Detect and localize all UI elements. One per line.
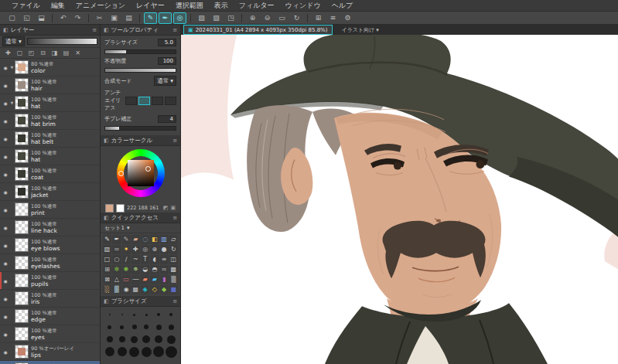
zoom-out-icon[interactable]: ⊖ [261,12,274,24]
layer-row[interactable]: 100 %通常 skin [0,361,100,364]
paste-icon[interactable]: ▤ [122,12,135,24]
layer-thumbnail[interactable] [15,345,29,359]
brush-size-option[interactable] [140,321,152,333]
menu-item[interactable]: 選択範囲 [170,1,209,11]
new-folder-icon[interactable]: ▢ [15,49,25,56]
pen-tool-icon[interactable]: ✎ [144,12,157,24]
layer-visibility-eye-icon[interactable] [2,172,9,177]
layer-thumbnail[interactable] [15,220,29,234]
figure-ellipse-icon[interactable]: ○ [112,255,121,264]
sub-color-chip[interactable] [116,204,125,213]
menu-item[interactable]: アニメーション [70,1,131,11]
layer-visibility-eye-icon[interactable] [2,118,9,124]
menu-item[interactable]: ヘルプ [326,1,359,11]
brush-size-option[interactable] [152,345,165,358]
save-icon[interactable]: ⬓ [35,12,48,24]
blur-icon[interactable]: ◒ [141,265,149,274]
decoration-grass-icon[interactable]: ✻ [112,265,121,274]
chalk-icon[interactable]: ▒ [169,275,178,284]
color-mode-rgb-icon[interactable]: ▣ [170,205,176,211]
select-lasso-icon[interactable]: ▨ [210,12,223,24]
brush-size-option[interactable] [104,333,116,345]
layer-visibility-eye-icon[interactable] [2,296,9,301]
subtool-d-icon[interactable]: ■ [169,285,178,294]
brush-size-option[interactable] [104,345,116,358]
stabilize-slider[interactable] [104,126,176,131]
zoom-in-icon[interactable]: ⊕ [246,12,259,24]
layer-visibility-eye-icon[interactable] [2,189,9,195]
brush-size-option[interactable] [152,321,165,333]
layer-row[interactable]: 100 %通常 iris [0,290,100,308]
oil-brush-icon[interactable]: ▰ [141,275,149,284]
opacity-slider[interactable] [104,68,176,73]
rotate-view-icon[interactable]: ↻ [290,12,303,24]
brush-size-option[interactable] [152,333,165,345]
layer-row[interactable]: 100 %通常 hair [0,77,100,94]
pencil-icon[interactable]: ✎ [122,235,131,244]
select-rect-icon[interactable]: ▧ [103,245,111,254]
brush-size-option[interactable] [116,345,128,358]
watercolor-brush-icon[interactable]: ▰ [150,275,159,284]
document-tab[interactable]: ▣ 20240331_01 (A4 2894 x 4093px 350dpi 8… [183,25,333,35]
layer-thumbnail[interactable] [15,78,29,92]
layer-thumbnail[interactable] [15,114,29,128]
new-file-icon[interactable]: ▢ [5,12,19,24]
layer-row[interactable]: 100 %通常 edge [0,308,100,325]
layer-visibility-eye-icon[interactable] [2,100,9,106]
layer-row[interactable]: 100 %通常 eyes [0,325,100,343]
brush-size-option[interactable] [128,333,141,345]
pastel-icon[interactable]: ░ [103,285,111,294]
layer-row[interactable]: 100 %通常 hat belt [0,130,100,148]
brush-size-option[interactable] [128,321,141,333]
eyedropper-icon[interactable]: ◎ [141,245,149,254]
move-icon[interactable]: ✚ [131,245,140,254]
copy-icon[interactable]: ▣ [108,12,121,24]
select-rect-icon[interactable]: ▧ [195,12,208,24]
layer-thumbnail[interactable] [15,60,29,74]
apply-mask-icon[interactable]: ▤ [61,49,71,56]
menu-item[interactable]: レイヤー [131,1,170,11]
layer-visibility-eye-icon[interactable] [2,154,9,159]
layer-row[interactable]: ▼ 100 %通常 hat [0,94,100,112]
antialias-option-middle[interactable] [152,97,163,105]
brush-size-option[interactable] [116,308,128,321]
brush-size-option[interactable] [116,333,128,345]
ink-pen-icon[interactable]: ✒ [112,235,121,244]
magic-wand-icon[interactable]: ✶ [122,245,131,254]
layer-row[interactable]: 100 %通常 print [0,201,100,219]
layer-thumbnail[interactable] [15,309,29,323]
layer-visibility-eye-icon[interactable] [2,332,9,337]
layer-mask-icon[interactable]: ◨ [50,49,60,56]
saturation-value-square[interactable] [128,160,154,186]
antialias-option-weak[interactable] [138,97,150,105]
brush-size-option[interactable] [116,321,128,333]
layer-folder-twisty-icon[interactable]: ▼ [9,100,15,105]
figure-rect-icon[interactable]: □ [103,255,111,264]
brush-icon[interactable]: ▰ [131,235,140,244]
layer-visibility-eye-icon[interactable] [2,314,9,319]
brush-size-option[interactable] [165,345,177,358]
text-icon[interactable]: T [141,255,149,264]
layer-thumbnail[interactable] [15,131,29,145]
ruler-icon[interactable]: ≡ [160,255,169,264]
subtool-c-icon[interactable]: ◆ [160,285,169,294]
layer-blend-mode-select[interactable]: 通常 ▾ [2,36,25,46]
delete-layer-icon[interactable]: ✕ [73,49,83,56]
subtool-a-icon[interactable]: ◈ [141,285,149,294]
layer-visibility-eye-icon[interactable] [2,349,9,355]
layer-row[interactable]: 100 %通常 jacket [0,183,100,201]
stabilize-value[interactable]: 4 [158,115,176,123]
menu-item[interactable]: 編集 [46,1,70,11]
layer-thumbnail[interactable] [15,202,29,216]
toolbar-separator[interactable] [307,14,308,22]
frame-border-icon[interactable]: ⊞ [103,265,111,274]
figure-curve-icon[interactable]: ~ [131,255,140,264]
cut-icon[interactable]: ✂ [93,12,106,24]
stamp-icon[interactable]: ◉ [122,285,131,294]
menu-item[interactable]: ウィンドウ [280,1,326,11]
hue-ring[interactable] [117,149,165,197]
brush-size-option[interactable] [104,308,116,321]
sv-cursor[interactable] [145,166,151,172]
hue-cursor[interactable] [118,171,124,176]
layer-thumbnail[interactable] [15,274,29,287]
